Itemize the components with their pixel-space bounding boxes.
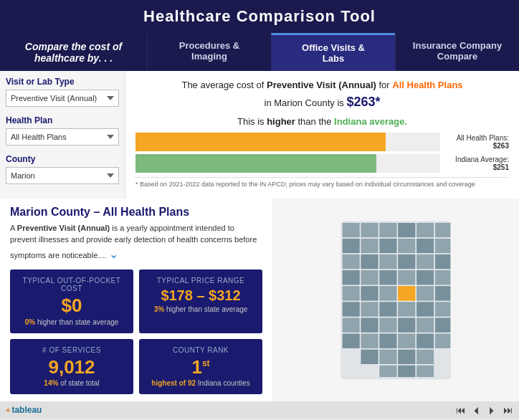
svg-rect-25 (342, 285, 360, 300)
svg-rect-4 (398, 222, 416, 237)
svg-rect-55 (416, 365, 434, 377)
svg-rect-27 (379, 285, 397, 300)
nav-next[interactable]: ⏵ (487, 404, 497, 416)
bar-info-green: Indiana Average:$251 (444, 156, 509, 171)
stats-panel: Marion County – All Health Plans A Preve… (0, 199, 272, 401)
svg-rect-40 (398, 318, 416, 333)
nav-compare-label: Compare the cost of healthcare by. . . (0, 33, 147, 71)
right-info-panel: The average cost of Preventive Visit (An… (125, 71, 519, 199)
info-headline: The average cost of Preventive Visit (An… (135, 78, 509, 112)
svg-rect-7 (342, 238, 360, 253)
svg-rect-53 (379, 365, 397, 377)
svg-rect-13 (342, 254, 360, 269)
svg-rect-38 (361, 318, 378, 333)
svg-rect-18 (435, 254, 451, 269)
svg-rect-35 (416, 302, 434, 317)
range-pct: 3% (154, 305, 164, 313)
svg-rect-45 (379, 333, 397, 348)
svg-rect-9 (379, 238, 397, 253)
info-comparison: This is higher than the Indiana average. (135, 116, 509, 127)
svg-rect-24 (435, 269, 451, 285)
visit-type-select[interactable]: Preventive Visit (Annual) Office Visit L… (6, 90, 119, 107)
svg-rect-23 (416, 269, 434, 285)
county-select[interactable]: Marion Allen Hamilton Lake (6, 167, 119, 184)
svg-rect-22 (398, 269, 416, 285)
county-label: County (6, 154, 119, 164)
bar-indiana-avg: Indiana Average:$251 (135, 154, 509, 173)
filter-health-plan: Health Plan All Health Plans Anthem Cign… (6, 115, 119, 145)
stat-value-services: 9,012 (19, 357, 125, 378)
expand-icon[interactable]: ⌄ (109, 248, 118, 260)
stat-label-rank: COUNTY RANK (148, 346, 254, 354)
bar-track-orange (135, 133, 440, 151)
svg-rect-37 (342, 318, 360, 333)
services-pct: 14% (44, 379, 58, 387)
stat-card-rank: COUNTY RANK 1st highest of 92 Indiana co… (139, 339, 262, 395)
svg-rect-30 (435, 285, 451, 300)
svg-rect-14 (361, 254, 378, 269)
bar-all-plans: All Health Plans:$263 (135, 133, 509, 151)
plan-highlight: All Health Plans (392, 80, 462, 90)
svg-rect-34 (398, 302, 416, 317)
svg-rect-28 (398, 285, 416, 300)
svg-rect-8 (361, 238, 378, 253)
svg-rect-19 (342, 269, 360, 285)
svg-rect-26 (361, 285, 378, 300)
svg-rect-12 (435, 238, 451, 253)
svg-rect-3 (379, 222, 397, 237)
nav-last[interactable]: ⏭ (503, 404, 513, 416)
stat-card-price-range: TYPICAL PRICE RANGE $178 – $312 3% highe… (139, 269, 262, 333)
description-text: A Preventive Visit (Annual) is a yearly … (10, 223, 262, 262)
stat-sub-range: 3% higher than state average (148, 305, 254, 313)
nav-first[interactable]: ⏮ (456, 404, 466, 416)
comparison-direction: higher (267, 116, 295, 127)
svg-rect-32 (361, 302, 378, 317)
svg-rect-36 (435, 302, 451, 317)
stat-card-out-of-pocket: TYPICAL OUT-OF-POCKET COST $0 0% higher … (10, 269, 133, 333)
svg-rect-47 (416, 333, 434, 348)
svg-rect-52 (416, 349, 434, 364)
svg-rect-29 (416, 285, 434, 300)
indiana-map-svg (310, 214, 482, 386)
svg-rect-43 (342, 333, 360, 348)
svg-rect-54 (398, 365, 416, 377)
bars-section: All Health Plans:$263 Indiana Average:$2… (135, 133, 509, 173)
nav-tabs: Compare the cost of healthcare by. . . P… (0, 33, 519, 71)
nav-prev[interactable]: ⏴ (472, 404, 482, 416)
svg-rect-11 (416, 238, 434, 253)
svg-rect-17 (416, 254, 434, 269)
stat-label-range: TYPICAL PRICE RANGE (148, 277, 254, 285)
svg-rect-2 (361, 222, 378, 237)
stat-value-oop: $0 (19, 295, 125, 316)
stat-card-services: # OF SERVICES 9,012 14% of state total (10, 339, 133, 395)
svg-rect-50 (379, 349, 397, 364)
health-plan-select[interactable]: All Health Plans Anthem Cigna Humana (6, 128, 119, 145)
visit-type-label: Visit or Lab Type (6, 77, 119, 87)
svg-rect-49 (361, 349, 378, 364)
bar-track-green (135, 154, 440, 173)
disclaimer-text: * Based on 2021-2022 data reported to th… (135, 177, 509, 188)
svg-rect-44 (361, 333, 378, 348)
health-plan-label: Health Plan (6, 115, 119, 125)
tab-insurance[interactable]: Insurance CompanyCompare (395, 33, 519, 71)
oop-pct: 0% (25, 318, 35, 326)
filter-visit-type: Visit or Lab Type Preventive Visit (Annu… (6, 77, 119, 107)
main-container: Healthcare Comparison Tool Compare the c… (0, 0, 519, 419)
svg-rect-15 (379, 254, 397, 269)
cost-highlight: $263* (346, 95, 380, 109)
tab-procedures[interactable]: Procedures &Imaging (147, 33, 271, 71)
tab-office-visits[interactable]: Office Visits &Labs (271, 33, 395, 71)
svg-rect-20 (361, 269, 378, 285)
stat-sub-rank: highest of 92 Indiana counties (148, 379, 254, 387)
page-title: Healthcare Comparison Tool (0, 7, 519, 26)
stat-sub-oop: 0% higher than state average (19, 318, 125, 326)
visit-type-highlight: Preventive Visit (Annual) (267, 80, 376, 90)
svg-rect-31 (342, 302, 360, 317)
svg-rect-5 (416, 222, 434, 237)
rank-suffix: st (202, 358, 210, 368)
map-panel (272, 199, 519, 401)
bar-fill-green (135, 154, 376, 173)
rank-detail: highest of 92 (151, 379, 196, 387)
bar-info-orange: All Health Plans:$263 (444, 134, 509, 150)
footer-nav: ⏮ ⏴ ⏵ ⏭ (456, 404, 513, 416)
